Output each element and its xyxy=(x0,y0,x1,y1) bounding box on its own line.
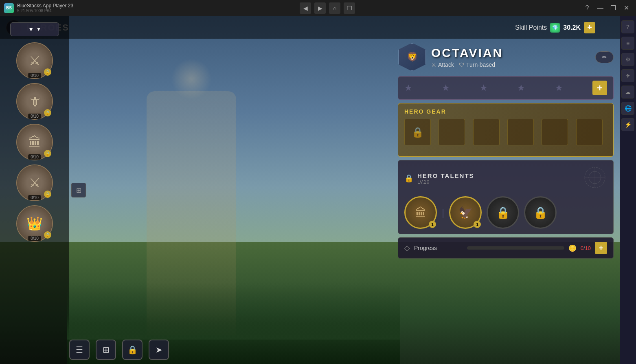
hero-lock-badge-5: 🔒 xyxy=(44,231,51,239)
bottom-toolbar: ☰ ⊞ 🔒 ➤ xyxy=(69,340,169,360)
talents-level: LV.20 xyxy=(417,179,474,185)
skill-points-container: Skill Points 💎 30.2K + xyxy=(515,22,595,33)
hero-lock-badge-4: 🔒 xyxy=(44,191,51,198)
add-skill-points-button[interactable]: + xyxy=(584,22,595,33)
hero-faction-shield: 🦁 xyxy=(398,43,426,71)
game-area: ‹ HEROES Skill Points 💎 30.2K + ▼ ▼ ⚔ 0/… xyxy=(0,16,620,364)
attack-label: Attack xyxy=(438,61,454,68)
app-title: BlueStacks App Player 23 5.21.505.1008 P… xyxy=(17,3,73,13)
hero-counter-3: 0/10 xyxy=(28,154,41,160)
hero-lock-badge-2: 🔒 xyxy=(44,109,51,116)
attack-icon: ⚔ xyxy=(431,61,436,68)
list-view-button[interactable]: ☰ xyxy=(69,340,90,360)
sidebar-flight-icon[interactable]: ✈ xyxy=(621,69,634,82)
topbar-controls: ? — ❐ ✕ xyxy=(581,2,632,14)
app-name: BlueStacks App Player 23 xyxy=(17,3,73,9)
gear-slot-4[interactable] xyxy=(507,119,534,145)
talents-title: HERO TALENTS xyxy=(417,172,474,179)
skill-item-3[interactable]: 🔒 xyxy=(487,196,519,229)
edit-hero-button[interactable]: ✏ xyxy=(595,51,614,63)
hero-info-card: 🦁 OCTAVIAN ⚔ Attack 🛡 Turn-based ✏ xyxy=(398,43,614,259)
left-panel: ▼ ▼ ⚔ 0/10 🔒 🗡 0/10 🔒 🏛 0/10 🔒 xyxy=(0,16,69,364)
talents-info: HERO TALENTS LV.20 xyxy=(417,172,474,185)
filter-icon: ▼ xyxy=(28,26,34,33)
gear-slot-6[interactable] xyxy=(576,119,603,145)
hero-list-item-3[interactable]: 🏛 0/10 🔒 xyxy=(16,124,53,160)
nav-forward-button[interactable]: ▶ xyxy=(314,2,326,14)
talents-decoration xyxy=(583,165,607,191)
hero-gear-section: HERO GEAR 🔒 xyxy=(398,103,614,157)
gear-slot-5[interactable] xyxy=(542,119,568,145)
sidebar-help-icon[interactable]: ? xyxy=(621,20,634,33)
bluestacks-logo: BS xyxy=(4,3,14,13)
hero-counter-2: 0/10 xyxy=(28,114,41,119)
progress-coin-icon: 🪙 xyxy=(568,244,577,252)
topbar: BS BlueStacks App Player 23 5.21.505.100… xyxy=(0,0,636,16)
progress-section: ◇ Progress 🪙 0/10 + xyxy=(398,237,614,259)
gear-slot-2[interactable] xyxy=(439,119,465,145)
sidebar-settings-icon[interactable]: ⚙ xyxy=(621,53,634,66)
lock-button[interactable]: 🔒 xyxy=(122,340,143,360)
hero-counter-5: 0/10 xyxy=(28,236,41,241)
app-version: 5.21.505.1008 P64 xyxy=(17,9,73,13)
gear-slot-3[interactable] xyxy=(473,119,500,145)
skill-level-2: 1 xyxy=(474,221,481,228)
gear-lock-icon-1: 🔒 xyxy=(412,127,424,138)
skill-item-2[interactable]: 🦅 1 xyxy=(449,196,482,229)
progress-bar-container xyxy=(467,246,564,250)
hero-name-section: 🦁 OCTAVIAN ⚔ Attack 🛡 Turn-based ✏ xyxy=(398,43,614,71)
sidebar-menu-icon[interactable]: ≡ xyxy=(621,37,634,50)
sidebar-globe-icon[interactable]: 🌐 xyxy=(621,102,634,115)
hero-list-item-4[interactable]: ⚔ 0/10 🔒 xyxy=(16,164,53,201)
hero-gear-title: HERO GEAR xyxy=(404,108,607,115)
progress-add-button[interactable]: + xyxy=(595,242,607,254)
share-button[interactable]: ➤ xyxy=(149,340,169,360)
filter-button[interactable]: ▼ ▼ xyxy=(10,22,59,36)
star-4: ★ xyxy=(517,83,525,93)
skills-row: 🏛 1 | 🦅 1 🔒 🔒 xyxy=(404,196,607,229)
topbar-left: BS BlueStacks App Player 23 5.21.505.100… xyxy=(4,3,73,13)
progress-fraction: 0/10 xyxy=(581,245,591,251)
close-button[interactable]: ✕ xyxy=(621,2,632,14)
skill-circle-4: 🔒 xyxy=(524,196,557,229)
nav-multi-button[interactable]: ❐ xyxy=(344,2,355,14)
skill-item-4[interactable]: 🔒 xyxy=(524,196,557,229)
gear-slot-1[interactable]: 🔒 xyxy=(404,119,431,145)
topbar-nav: ◀ ▶ ⌂ ❐ xyxy=(300,2,355,14)
character-head-glow xyxy=(171,59,212,99)
help-button[interactable]: ? xyxy=(581,2,593,14)
stars-section: ★ ★ ★ ★ ★ + xyxy=(398,76,614,100)
gear-grid: 🔒 xyxy=(404,119,607,151)
hero-lock-badge-3: 🔒 xyxy=(44,150,51,157)
progress-current: 0 xyxy=(581,245,583,251)
nav-home-button[interactable]: ⌂ xyxy=(329,2,340,14)
hero-counter-1: 0/10 xyxy=(28,73,41,78)
skill-level-1: 1 xyxy=(429,221,436,228)
skill-points-gem-icon: 💎 xyxy=(550,23,560,33)
talents-lock-icon: 🔒 xyxy=(404,174,413,183)
nav-back-button[interactable]: ◀ xyxy=(300,2,311,14)
sidebar-cloud-icon[interactable]: ☁ xyxy=(621,86,634,99)
turnbased-label: Turn-based xyxy=(466,61,495,68)
add-stars-button[interactable]: + xyxy=(592,81,607,95)
hero-counter-4: 0/10 xyxy=(28,195,41,200)
star-1: ★ xyxy=(404,83,412,93)
hero-list-item[interactable]: ⚔ 0/10 🔒 xyxy=(16,42,53,79)
progress-max: 10 xyxy=(585,245,591,251)
minimize-button[interactable]: — xyxy=(594,2,606,14)
hero-list-item-5[interactable]: 👑 0/10 🔒 xyxy=(16,205,53,242)
target-button[interactable]: ⊞ xyxy=(96,340,116,360)
skill-points-label: Skill Points xyxy=(515,24,547,31)
ground-detail xyxy=(67,315,400,340)
sidebar-lightning-icon[interactable]: ⚡ xyxy=(621,118,634,131)
edit-icon: ✏ xyxy=(602,54,607,60)
restore-button[interactable]: ❐ xyxy=(607,2,619,14)
skill-item-1[interactable]: 🏛 1 xyxy=(404,196,437,229)
hero-lock-badge-1: 🔒 xyxy=(44,68,51,76)
right-sidebar: ? ≡ ⚙ ✈ ☁ 🌐 ⚡ xyxy=(620,16,636,364)
hero-tag-turnbased: 🛡 Turn-based xyxy=(459,61,495,68)
progress-diamond-icon: ◇ xyxy=(404,243,410,252)
hero-list-item-2[interactable]: 🗡 0/10 🔒 xyxy=(16,83,53,120)
skill-divider-1: | xyxy=(442,207,444,218)
star-2: ★ xyxy=(442,83,450,93)
